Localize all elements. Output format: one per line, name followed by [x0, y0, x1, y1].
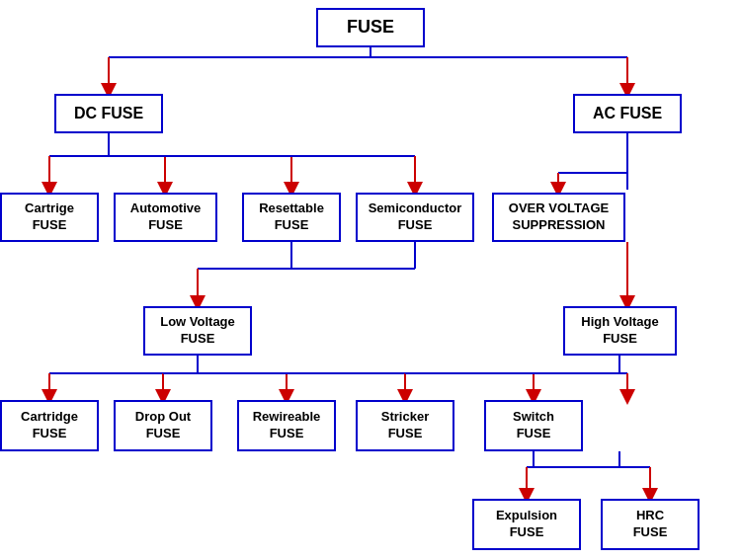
box-cartridge2: CartridgeFUSE — [0, 400, 99, 451]
box-highvoltage: High VoltageFUSE — [563, 306, 677, 356]
box-fuse: FUSE — [316, 8, 425, 47]
box-ac_fuse: AC FUSE — [573, 94, 682, 133]
box-cartridge1: CartrigeFUSE — [0, 193, 99, 242]
box-hrc: HRCFUSE — [601, 499, 700, 550]
box-lowvoltage: Low VoltageFUSE — [143, 306, 252, 356]
box-overvoltage: OVER VOLTAGESUPPRESSION — [492, 193, 625, 242]
connector-lines — [0, 0, 741, 560]
diagram: FUSEDC FUSEAC FUSECartrigeFUSEAutomotive… — [0, 0, 741, 560]
box-switch: SwitchFUSE — [484, 400, 583, 451]
box-resettable: ResettableFUSE — [242, 193, 341, 242]
box-dropout: Drop OutFUSE — [114, 400, 212, 451]
box-semiconductor: SemiconductorFUSE — [356, 193, 474, 242]
box-expulsion: ExpulsionFUSE — [472, 499, 581, 550]
box-rewireable: RewireableFUSE — [237, 400, 336, 451]
box-stricker: StrickerFUSE — [356, 400, 454, 451]
box-dc_fuse: DC FUSE — [54, 94, 163, 133]
box-automotive: AutomotiveFUSE — [114, 193, 217, 242]
